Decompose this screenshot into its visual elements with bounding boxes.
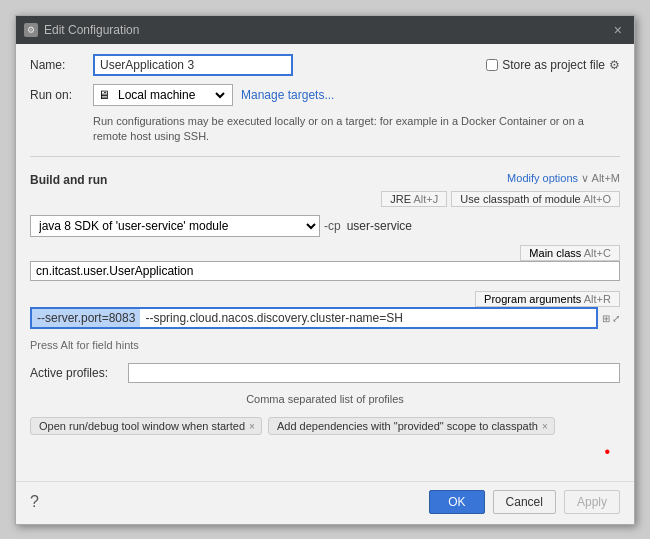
jre-label: JRE	[390, 193, 411, 205]
sdk-row: java 8 SDK of 'user-service' module -cp …	[30, 215, 620, 237]
prog-args-btn-row: Program arguments Alt+R	[30, 291, 620, 307]
run-on-row: Run on: 🖥 Local machine Manage targets..…	[30, 84, 620, 106]
tag-run-debug: Open run/debug tool window when started …	[30, 417, 262, 435]
main-class-shortcut: Alt+C	[584, 247, 611, 259]
build-and-run-label: Build and run	[30, 173, 107, 187]
name-input[interactable]	[93, 54, 293, 76]
dialog-body: Name: Store as project file ⚙ Run on: 🖥 …	[16, 44, 634, 481]
active-profiles-input[interactable]	[128, 363, 620, 383]
cancel-button[interactable]: Cancel	[493, 490, 556, 514]
expand-icon[interactable]: ⊞	[602, 313, 610, 324]
name-row: Name: Store as project file ⚙	[30, 54, 620, 76]
computer-icon: 🖥	[98, 88, 110, 102]
run-on-label: Run on:	[30, 88, 85, 102]
cp-value: user-service	[347, 219, 412, 233]
active-profiles-row: Active profiles:	[30, 363, 620, 383]
active-profiles-label: Active profiles:	[30, 366, 120, 380]
main-class-row: Main class Alt+C	[30, 245, 620, 281]
store-as-project-checkbox[interactable]	[486, 59, 498, 71]
run-on-select[interactable]: 🖥 Local machine	[93, 84, 233, 106]
program-args-section: Program arguments Alt+R --server.port=80…	[30, 289, 620, 329]
store-as-project-row: Store as project file ⚙	[486, 58, 620, 72]
main-class-input[interactable]	[30, 261, 620, 281]
profiles-hint: Comma separated list of profiles	[30, 393, 620, 405]
error-dot-area: •	[30, 443, 620, 461]
build-run-header: Build and run Modify options ∨ Alt+M	[30, 169, 620, 187]
store-as-project-label: Store as project file	[502, 58, 605, 72]
args-field-row: --server.port=8083 --spring.cloud.nacos.…	[30, 307, 620, 329]
jre-classpath-row: JRE Alt+J Use classpath of module Alt+O	[30, 191, 620, 207]
tag-run-debug-label: Open run/debug tool window when started	[39, 420, 245, 432]
jre-shortcut: Alt+J	[414, 193, 439, 205]
edit-configuration-dialog: ⚙ Edit Configuration × Name: Store as pr…	[15, 15, 635, 525]
manage-targets-link[interactable]: Manage targets...	[241, 88, 334, 102]
tag-run-debug-close[interactable]: ×	[249, 421, 255, 432]
dialog-title: Edit Configuration	[44, 23, 139, 37]
ok-button[interactable]: OK	[429, 490, 484, 514]
gear-icon: ⚙	[609, 58, 620, 72]
main-class-btn-row: Main class Alt+C	[30, 245, 620, 261]
main-class-button[interactable]: Main class Alt+C	[520, 245, 620, 261]
cp-prefix: -cp	[324, 219, 341, 233]
apply-button[interactable]: Apply	[564, 490, 620, 514]
modify-options-shortcut: ∨ Alt+M	[581, 172, 620, 184]
resize-icon[interactable]: ⤢	[612, 313, 620, 324]
press-alt-hint: Press Alt for field hints	[30, 339, 620, 351]
dialog-icon: ⚙	[24, 23, 38, 37]
args-part1: --server.port=8083	[32, 309, 140, 327]
dialog-footer: ? OK Cancel Apply	[16, 481, 634, 524]
use-classpath-label: Use classpath of module	[460, 193, 580, 205]
tag-add-deps-label: Add dependencies with "provided" scope t…	[277, 420, 538, 432]
args-input-wrapper[interactable]: --server.port=8083 --spring.cloud.nacos.…	[30, 307, 598, 329]
prog-args-label: Program arguments	[484, 293, 581, 305]
use-classpath-shortcut: Alt+O	[583, 193, 611, 205]
run-hint-text: Run configurations may be executed local…	[93, 114, 620, 145]
tag-add-deps-close[interactable]: ×	[542, 421, 548, 432]
main-class-label: Main class	[529, 247, 581, 259]
sdk-select[interactable]: java 8 SDK of 'user-service' module	[30, 215, 320, 237]
footer-right: OK Cancel Apply	[429, 490, 620, 514]
close-button[interactable]: ×	[610, 21, 626, 39]
tags-row: Open run/debug tool window when started …	[30, 417, 620, 435]
prog-args-shortcut: Alt+R	[584, 293, 611, 305]
name-label: Name:	[30, 58, 85, 72]
args-part2: --spring.cloud.nacos.discovery.cluster-n…	[140, 309, 408, 327]
modify-options-link[interactable]: Modify options ∨ Alt+M	[507, 172, 620, 185]
footer-left: ?	[30, 493, 39, 511]
modify-options-text: Modify options	[507, 172, 578, 184]
args-resize-icons: ⊞ ⤢	[602, 313, 620, 324]
tag-add-deps: Add dependencies with "provided" scope t…	[268, 417, 555, 435]
prog-args-button[interactable]: Program arguments Alt+R	[475, 291, 620, 307]
use-classpath-button[interactable]: Use classpath of module Alt+O	[451, 191, 620, 207]
run-on-dropdown[interactable]: Local machine	[114, 87, 228, 103]
jre-button[interactable]: JRE Alt+J	[381, 191, 447, 207]
title-bar: ⚙ Edit Configuration ×	[16, 16, 634, 44]
help-button[interactable]: ?	[30, 493, 39, 511]
